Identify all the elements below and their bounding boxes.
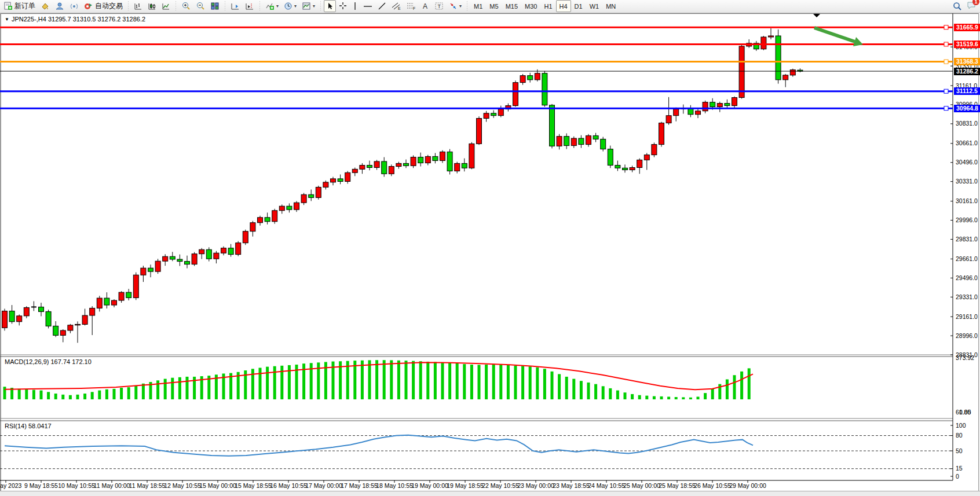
y-axis-tick-label: 29331.0 — [956, 293, 978, 300]
rsi-axis-tick-label: 15 — [956, 465, 963, 472]
chart-window[interactable]: ▼ JPN225-,H4 31295.7 31310.5 31276.2 312… — [0, 13, 979, 491]
toolbar-separator — [258, 1, 261, 12]
trendline-tool-button[interactable] — [375, 0, 389, 12]
price-level-badge: 31112.5 — [954, 87, 980, 95]
new-order-button[interactable]: 新订单 — [1, 0, 38, 12]
x-axis-date-label: 23 May 18:55 — [553, 482, 590, 489]
x-axis-date-label: 10 May 10:55 — [58, 482, 95, 489]
x-axis-date-label: 9 May 2023 — [0, 482, 21, 489]
chart-title: JPN225-,H4 31295.7 31310.5 31276.2 31286… — [12, 16, 145, 23]
new-order-label: 新订单 — [14, 1, 35, 11]
x-axis-date-label: 18 May 10:55 — [376, 482, 413, 489]
rsi-axis-tick-label: 100 — [956, 422, 966, 429]
crosshair-tool-button[interactable] — [337, 0, 349, 12]
horizontal-line-icon — [363, 2, 372, 10]
chart-title-row: ▼ JPN225-,H4 31295.7 31310.5 31276.2 312… — [5, 16, 145, 23]
notifications-button[interactable]: 1 — [967, 1, 977, 12]
dropdown-caret: ▾ — [459, 3, 462, 9]
zoom-in-button[interactable] — [179, 0, 193, 12]
timeframe-button-d1[interactable]: D1 — [571, 0, 586, 12]
x-axis-date-label: 15 May 18:55 — [235, 482, 272, 489]
y-axis-tick-label: 30161.0 — [956, 197, 978, 204]
timeframe-button-h4[interactable]: H4 — [556, 0, 571, 12]
chart-shift-icon — [245, 2, 254, 10]
periods-button[interactable]: ▾ — [281, 0, 299, 12]
svg-text:F: F — [413, 6, 415, 10]
tile-windows-button[interactable] — [208, 0, 222, 12]
zoom-out-button[interactable] — [193, 0, 207, 12]
rsi-axis-tick-label: 80 — [956, 432, 963, 439]
bar-chart-icon — [134, 2, 142, 10]
line-chart-button[interactable] — [159, 0, 173, 12]
timeframe-button-m1[interactable]: M1 — [470, 0, 486, 12]
macd-label: MACD(12,26,9) 167.74 172.10 — [5, 358, 92, 365]
candle-chart-icon — [148, 2, 156, 10]
timeframe-button-w1[interactable]: W1 — [586, 0, 603, 12]
line-chart-icon — [162, 2, 170, 10]
price-level-badge: 30964.8 — [954, 105, 980, 112]
bar-chart-button[interactable] — [131, 0, 145, 12]
macd-max-label: 373.92 — [956, 354, 974, 361]
dropdown-caret: ▾ — [294, 3, 297, 9]
auto-trading-icon — [84, 2, 93, 10]
arrows-tool-button[interactable]: ▾ — [447, 0, 464, 12]
signal-button[interactable] — [67, 0, 81, 12]
zoom-out-icon — [196, 2, 205, 10]
auto-scroll-icon — [231, 2, 240, 10]
profile-button[interactable] — [53, 0, 67, 12]
price-level-badge: 31368.3 — [954, 58, 980, 65]
x-axis-date-label: 16 May 10:55 — [270, 482, 307, 489]
status-bar — [0, 491, 980, 496]
rsi-axis-tick-label: 0 — [956, 473, 959, 480]
y-axis-tick-label: 29996.0 — [956, 216, 978, 223]
toolbar: 新订单 自动交易 ▾ ▾ — [0, 0, 980, 13]
chart-shift-button[interactable] — [243, 0, 257, 12]
vertical-line-icon — [352, 2, 358, 10]
styler-button[interactable] — [38, 0, 52, 12]
horizontal-line-tool-button[interactable] — [361, 0, 375, 12]
paint-bucket-icon — [41, 2, 50, 10]
auto-trading-button[interactable]: 自动交易 — [82, 0, 125, 12]
svg-text:E: E — [398, 6, 401, 10]
timeframe-button-m15[interactable]: M15 — [502, 0, 521, 12]
mt4-app: { "toolbar": { "new_order_label": "新订单",… — [0, 0, 980, 496]
timeframe-button-mn[interactable]: MN — [602, 0, 619, 12]
x-axis-date-label: 15 May 00:00 — [199, 482, 236, 489]
timeframe-button-m5[interactable]: M5 — [486, 0, 502, 12]
label-t-icon: T — [434, 2, 444, 10]
x-axis-date-label: 25 May 18:55 — [659, 482, 696, 489]
x-axis-date-label: 9 May 18:55 — [24, 482, 58, 489]
x-axis-date-label: 23 May 00:00 — [517, 482, 554, 489]
shapes-arrows-icon — [449, 2, 458, 10]
y-axis-tick-label: 30496.0 — [956, 159, 978, 166]
equidistant-channel-tool-button[interactable]: E — [389, 0, 404, 12]
price-level-badge: 31665.9 — [954, 24, 980, 31]
cursor-arrow-icon — [326, 2, 334, 10]
text-tool-button[interactable]: A — [419, 0, 432, 12]
timeframe-button-h1[interactable]: H1 — [540, 0, 555, 12]
timeframe-group: M1M5M15M30H1H4D1W1MN — [470, 0, 619, 12]
new-order-icon — [3, 2, 13, 10]
vertical-line-tool-button[interactable] — [350, 0, 360, 12]
rsi-axis-tick-label: 50 — [956, 447, 963, 454]
symbol-dropdown-icon[interactable]: ▼ — [5, 17, 9, 22]
auto-scroll-button[interactable] — [228, 0, 242, 12]
timeframe-button-m30[interactable]: M30 — [521, 0, 540, 12]
y-axis-tick-label: 28996.0 — [956, 332, 978, 339]
x-axis-date-label: 24 May 10:55 — [588, 482, 625, 489]
toolbar-separator — [466, 1, 469, 12]
x-axis-date-label: 29 May 00:00 — [729, 482, 766, 489]
toolbar-separator — [127, 1, 130, 12]
cursor-tool-button[interactable] — [324, 0, 336, 12]
text-label-tool-button[interactable]: T — [432, 0, 446, 12]
indicators-button[interactable]: ▾ — [263, 0, 281, 12]
fibonacci-tool-button[interactable]: F — [404, 0, 419, 12]
fibonacci-icon: F — [407, 2, 416, 10]
candle-chart-button[interactable] — [145, 0, 159, 12]
price-level-badge: 31286.2 — [954, 68, 980, 75]
x-axis-date-label: 26 May 10:55 — [694, 482, 731, 489]
search-icon[interactable] — [953, 2, 962, 11]
rsi-label: RSI(14) 58.0417 — [5, 422, 52, 429]
templates-button[interactable]: ▾ — [299, 0, 317, 12]
y-axis-tick-label: 30831.0 — [956, 120, 978, 127]
